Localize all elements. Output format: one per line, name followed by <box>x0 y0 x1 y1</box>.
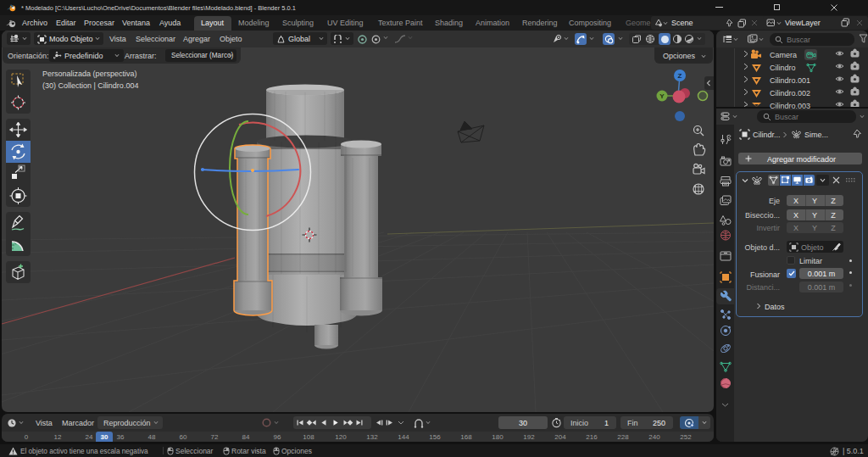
svg-text:Z: Z <box>678 72 682 80</box>
svg-text:Y: Y <box>659 92 665 100</box>
